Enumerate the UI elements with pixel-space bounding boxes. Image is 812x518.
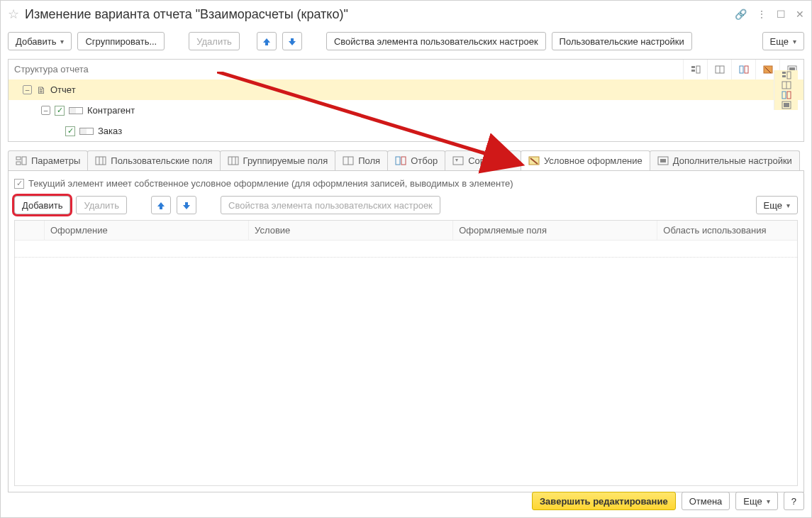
- tab-label: Сортировк: [468, 155, 513, 166]
- tree-expander[interactable]: –: [23, 85, 32, 94]
- svg-rect-17: [787, 92, 791, 99]
- help-button[interactable]: ?: [784, 492, 804, 510]
- filter-mini-icon[interactable]: [731, 60, 755, 79]
- arrow-down-icon: [287, 36, 298, 46]
- window-title: Изменение варианта отчета "Взаиморасчеты…: [25, 7, 735, 22]
- fields-mini-icon[interactable]: [774, 80, 798, 90]
- cancel-button[interactable]: Отмена: [682, 492, 730, 510]
- tree-expander[interactable]: –: [41, 106, 50, 115]
- tab-fields[interactable]: Поля: [335, 150, 388, 170]
- grid-body[interactable]: [15, 241, 797, 485]
- tree-item-report[interactable]: Отчет: [50, 84, 76, 95]
- report-icon: 🗎: [36, 84, 46, 96]
- button-label: Еще: [743, 496, 762, 507]
- params-mini-icon[interactable]: [774, 70, 798, 80]
- button-label: Сгруппировать...: [85, 36, 157, 47]
- button-label: Добавить: [22, 200, 62, 211]
- button-label: Еще: [764, 200, 782, 211]
- link-icon[interactable]: 🔗: [735, 9, 747, 20]
- svg-rect-33: [453, 157, 463, 165]
- svg-rect-31: [396, 157, 400, 165]
- tree-checkbox[interactable]: ✓: [65, 126, 75, 136]
- button-label: ?: [791, 496, 796, 507]
- sort-icon: [452, 156, 464, 166]
- params-icon: [16, 156, 27, 166]
- fields-mini-icon[interactable]: [707, 60, 731, 79]
- settings-icon: [657, 156, 669, 166]
- add-button[interactable]: Добавить ▾: [8, 32, 72, 50]
- tab-user-fields[interactable]: Пользовательские поля: [87, 150, 220, 170]
- button-label: Свойства элемента пользовательских настр…: [228, 200, 433, 211]
- tab-label: Параметры: [31, 155, 80, 166]
- cond-format-icon: [528, 156, 540, 166]
- arrow-up-icon: [155, 200, 167, 210]
- tree-checkbox[interactable]: ✓: [55, 106, 65, 116]
- tab-label: Группируемые поля: [243, 155, 328, 166]
- svg-rect-23: [96, 157, 106, 165]
- button-label: Пользовательские настройки: [560, 36, 684, 47]
- footer-more-button[interactable]: Еще ▾: [735, 492, 777, 510]
- tab-filter[interactable]: Отбор: [387, 150, 445, 170]
- grid-col-formatting[interactable]: Оформление: [45, 221, 249, 240]
- tab-label: Отбор: [411, 155, 438, 166]
- chevron-down-icon: ▾: [786, 202, 790, 209]
- own-format-checkbox[interactable]: ✓: [14, 179, 24, 189]
- delete-row-button: Удалить: [76, 196, 127, 214]
- close-icon[interactable]: ✕: [796, 9, 804, 20]
- inner-move-up-button[interactable]: [151, 196, 171, 214]
- button-label: Отмена: [689, 496, 723, 507]
- tab-label: Условное оформление: [544, 155, 643, 166]
- favorite-star-icon[interactable]: ☆: [8, 6, 19, 22]
- table-icon: [228, 156, 239, 166]
- svg-rect-1: [691, 70, 695, 72]
- grid-col-check: [15, 221, 45, 240]
- params-mini-icon[interactable]: [683, 60, 707, 79]
- svg-rect-0: [691, 66, 695, 68]
- svg-marker-34: [455, 159, 458, 162]
- svg-rect-7: [764, 66, 772, 73]
- svg-rect-12: [782, 75, 786, 77]
- tab-label: Дополнительные настройки: [673, 155, 792, 166]
- button-label: Завершить редактирование: [540, 496, 668, 507]
- tree-item-order[interactable]: Заказ: [98, 126, 122, 136]
- grid-col-fields[interactable]: Оформляемые поля: [453, 221, 657, 240]
- more-button[interactable]: Еще ▾: [762, 32, 804, 50]
- tab-conditional-format[interactable]: Условное оформление: [521, 150, 650, 170]
- user-settings-button[interactable]: Пользовательские настройки: [552, 32, 692, 50]
- button-label: Свойства элемента пользовательских настр…: [334, 36, 538, 47]
- move-up-button[interactable]: [257, 32, 277, 50]
- tab-label: Поля: [358, 155, 380, 166]
- move-down-button[interactable]: [282, 32, 302, 50]
- tab-additional-settings[interactable]: Дополнительные настройки: [650, 150, 800, 170]
- filter-mini-icon[interactable]: [774, 90, 798, 100]
- tab-parameters[interactable]: Параметры: [8, 150, 88, 170]
- inner-move-down-button[interactable]: [177, 196, 196, 214]
- grid-col-condition[interactable]: Условие: [249, 221, 453, 240]
- svg-rect-26: [228, 157, 238, 165]
- tree-item-contractor[interactable]: Контрагент: [87, 105, 135, 116]
- custom-element-props-button[interactable]: Свойства элемента пользовательских настр…: [326, 32, 546, 50]
- button-label: Еще: [770, 36, 789, 47]
- delete-button: Удалить: [189, 32, 240, 50]
- grid-col-area[interactable]: Область использования: [657, 221, 797, 240]
- table-icon: [95, 156, 106, 166]
- svg-rect-2: [696, 66, 700, 73]
- inner-custom-props-button: Свойства элемента пользовательских настр…: [221, 196, 440, 214]
- tab-label: Пользовательские поля: [111, 155, 212, 166]
- kebab-icon[interactable]: ⋮: [757, 9, 767, 20]
- svg-rect-5: [740, 66, 743, 73]
- svg-rect-20: [16, 157, 21, 160]
- window-restore-icon[interactable]: ☐: [777, 9, 786, 20]
- structure-header-label: Структура отчета: [9, 60, 683, 79]
- svg-rect-6: [745, 66, 748, 73]
- svg-rect-21: [16, 162, 21, 165]
- group-button[interactable]: Сгруппировать...: [77, 32, 165, 50]
- inner-more-button[interactable]: Еще ▾: [756, 196, 798, 214]
- chevron-down-icon: ▾: [793, 38, 796, 45]
- finish-editing-button[interactable]: Завершить редактирование: [532, 492, 676, 510]
- tab-grouped-fields[interactable]: Группируемые поля: [220, 150, 336, 170]
- tab-sort[interactable]: Сортировк: [445, 150, 521, 170]
- filter-icon: [395, 156, 406, 166]
- chevron-down-icon: ▾: [60, 38, 64, 45]
- add-row-button[interactable]: Добавить: [14, 196, 70, 214]
